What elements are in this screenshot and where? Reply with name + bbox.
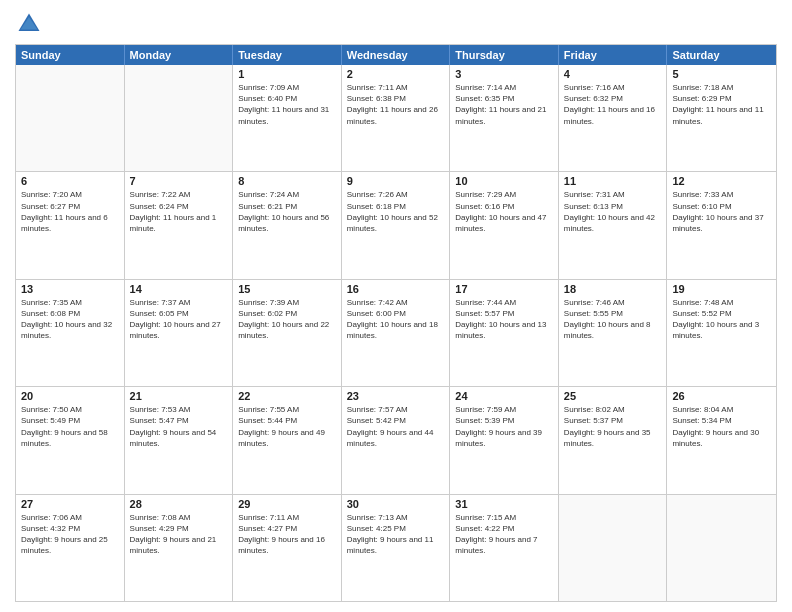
day-number: 3 (455, 68, 553, 80)
day-number: 5 (672, 68, 771, 80)
calendar-cell: 22Sunrise: 7:55 AM Sunset: 5:44 PM Dayli… (233, 387, 342, 493)
day-number: 9 (347, 175, 445, 187)
logo-icon (15, 10, 43, 38)
day-number: 31 (455, 498, 553, 510)
calendar-cell (667, 495, 776, 601)
calendar-cell: 17Sunrise: 7:44 AM Sunset: 5:57 PM Dayli… (450, 280, 559, 386)
day-info: Sunrise: 7:11 AM Sunset: 6:38 PM Dayligh… (347, 82, 445, 127)
calendar-cell: 6Sunrise: 7:20 AM Sunset: 6:27 PM Daylig… (16, 172, 125, 278)
day-number: 28 (130, 498, 228, 510)
calendar-cell: 3Sunrise: 7:14 AM Sunset: 6:35 PM Daylig… (450, 65, 559, 171)
weekday-header: Saturday (667, 45, 776, 65)
day-info: Sunrise: 7:59 AM Sunset: 5:39 PM Dayligh… (455, 404, 553, 449)
day-number: 12 (672, 175, 771, 187)
calendar-cell: 19Sunrise: 7:48 AM Sunset: 5:52 PM Dayli… (667, 280, 776, 386)
calendar-cell: 15Sunrise: 7:39 AM Sunset: 6:02 PM Dayli… (233, 280, 342, 386)
day-info: Sunrise: 7:16 AM Sunset: 6:32 PM Dayligh… (564, 82, 662, 127)
day-number: 4 (564, 68, 662, 80)
day-info: Sunrise: 7:22 AM Sunset: 6:24 PM Dayligh… (130, 189, 228, 234)
day-number: 16 (347, 283, 445, 295)
calendar-cell (16, 65, 125, 171)
calendar-cell: 28Sunrise: 7:08 AM Sunset: 4:29 PM Dayli… (125, 495, 234, 601)
day-number: 13 (21, 283, 119, 295)
calendar-cell: 11Sunrise: 7:31 AM Sunset: 6:13 PM Dayli… (559, 172, 668, 278)
calendar-cell (559, 495, 668, 601)
day-info: Sunrise: 7:50 AM Sunset: 5:49 PM Dayligh… (21, 404, 119, 449)
day-info: Sunrise: 7:15 AM Sunset: 4:22 PM Dayligh… (455, 512, 553, 557)
day-info: Sunrise: 8:02 AM Sunset: 5:37 PM Dayligh… (564, 404, 662, 449)
calendar-cell: 18Sunrise: 7:46 AM Sunset: 5:55 PM Dayli… (559, 280, 668, 386)
day-info: Sunrise: 7:18 AM Sunset: 6:29 PM Dayligh… (672, 82, 771, 127)
day-info: Sunrise: 7:42 AM Sunset: 6:00 PM Dayligh… (347, 297, 445, 342)
calendar-week: 13Sunrise: 7:35 AM Sunset: 6:08 PM Dayli… (16, 280, 776, 387)
logo (15, 10, 47, 38)
day-info: Sunrise: 7:09 AM Sunset: 6:40 PM Dayligh… (238, 82, 336, 127)
day-number: 10 (455, 175, 553, 187)
day-number: 20 (21, 390, 119, 402)
day-info: Sunrise: 7:53 AM Sunset: 5:47 PM Dayligh… (130, 404, 228, 449)
calendar-cell: 1Sunrise: 7:09 AM Sunset: 6:40 PM Daylig… (233, 65, 342, 171)
calendar-cell: 26Sunrise: 8:04 AM Sunset: 5:34 PM Dayli… (667, 387, 776, 493)
calendar-cell: 10Sunrise: 7:29 AM Sunset: 6:16 PM Dayli… (450, 172, 559, 278)
weekday-header: Sunday (16, 45, 125, 65)
day-info: Sunrise: 7:29 AM Sunset: 6:16 PM Dayligh… (455, 189, 553, 234)
calendar-week: 27Sunrise: 7:06 AM Sunset: 4:32 PM Dayli… (16, 495, 776, 601)
day-number: 17 (455, 283, 553, 295)
weekday-header: Thursday (450, 45, 559, 65)
calendar-cell: 14Sunrise: 7:37 AM Sunset: 6:05 PM Dayli… (125, 280, 234, 386)
calendar-cell: 8Sunrise: 7:24 AM Sunset: 6:21 PM Daylig… (233, 172, 342, 278)
day-number: 23 (347, 390, 445, 402)
calendar-cell: 21Sunrise: 7:53 AM Sunset: 5:47 PM Dayli… (125, 387, 234, 493)
calendar-cell: 20Sunrise: 7:50 AM Sunset: 5:49 PM Dayli… (16, 387, 125, 493)
day-info: Sunrise: 7:31 AM Sunset: 6:13 PM Dayligh… (564, 189, 662, 234)
weekday-header: Monday (125, 45, 234, 65)
day-info: Sunrise: 7:20 AM Sunset: 6:27 PM Dayligh… (21, 189, 119, 234)
day-number: 11 (564, 175, 662, 187)
day-info: Sunrise: 7:46 AM Sunset: 5:55 PM Dayligh… (564, 297, 662, 342)
day-number: 30 (347, 498, 445, 510)
day-info: Sunrise: 7:24 AM Sunset: 6:21 PM Dayligh… (238, 189, 336, 234)
weekday-header: Tuesday (233, 45, 342, 65)
day-number: 29 (238, 498, 336, 510)
day-info: Sunrise: 7:08 AM Sunset: 4:29 PM Dayligh… (130, 512, 228, 557)
day-info: Sunrise: 7:35 AM Sunset: 6:08 PM Dayligh… (21, 297, 119, 342)
day-number: 7 (130, 175, 228, 187)
day-number: 24 (455, 390, 553, 402)
calendar-cell: 13Sunrise: 7:35 AM Sunset: 6:08 PM Dayli… (16, 280, 125, 386)
day-number: 15 (238, 283, 336, 295)
weekday-header: Friday (559, 45, 668, 65)
day-number: 18 (564, 283, 662, 295)
calendar-week: 20Sunrise: 7:50 AM Sunset: 5:49 PM Dayli… (16, 387, 776, 494)
calendar-cell: 23Sunrise: 7:57 AM Sunset: 5:42 PM Dayli… (342, 387, 451, 493)
day-number: 27 (21, 498, 119, 510)
day-number: 8 (238, 175, 336, 187)
day-info: Sunrise: 7:33 AM Sunset: 6:10 PM Dayligh… (672, 189, 771, 234)
calendar-cell (125, 65, 234, 171)
page: SundayMondayTuesdayWednesdayThursdayFrid… (0, 0, 792, 612)
calendar-week: 1Sunrise: 7:09 AM Sunset: 6:40 PM Daylig… (16, 65, 776, 172)
calendar-cell: 31Sunrise: 7:15 AM Sunset: 4:22 PM Dayli… (450, 495, 559, 601)
calendar-cell: 7Sunrise: 7:22 AM Sunset: 6:24 PM Daylig… (125, 172, 234, 278)
day-number: 14 (130, 283, 228, 295)
day-info: Sunrise: 7:48 AM Sunset: 5:52 PM Dayligh… (672, 297, 771, 342)
day-info: Sunrise: 7:57 AM Sunset: 5:42 PM Dayligh… (347, 404, 445, 449)
day-info: Sunrise: 7:11 AM Sunset: 4:27 PM Dayligh… (238, 512, 336, 557)
day-number: 6 (21, 175, 119, 187)
day-number: 22 (238, 390, 336, 402)
calendar-header: SundayMondayTuesdayWednesdayThursdayFrid… (16, 45, 776, 65)
calendar-cell: 27Sunrise: 7:06 AM Sunset: 4:32 PM Dayli… (16, 495, 125, 601)
day-number: 26 (672, 390, 771, 402)
calendar-week: 6Sunrise: 7:20 AM Sunset: 6:27 PM Daylig… (16, 172, 776, 279)
day-info: Sunrise: 7:14 AM Sunset: 6:35 PM Dayligh… (455, 82, 553, 127)
calendar-cell: 25Sunrise: 8:02 AM Sunset: 5:37 PM Dayli… (559, 387, 668, 493)
day-info: Sunrise: 7:06 AM Sunset: 4:32 PM Dayligh… (21, 512, 119, 557)
day-number: 1 (238, 68, 336, 80)
day-info: Sunrise: 7:13 AM Sunset: 4:25 PM Dayligh… (347, 512, 445, 557)
day-number: 21 (130, 390, 228, 402)
calendar-cell: 12Sunrise: 7:33 AM Sunset: 6:10 PM Dayli… (667, 172, 776, 278)
day-number: 25 (564, 390, 662, 402)
day-info: Sunrise: 7:55 AM Sunset: 5:44 PM Dayligh… (238, 404, 336, 449)
day-info: Sunrise: 8:04 AM Sunset: 5:34 PM Dayligh… (672, 404, 771, 449)
day-info: Sunrise: 7:39 AM Sunset: 6:02 PM Dayligh… (238, 297, 336, 342)
day-info: Sunrise: 7:37 AM Sunset: 6:05 PM Dayligh… (130, 297, 228, 342)
